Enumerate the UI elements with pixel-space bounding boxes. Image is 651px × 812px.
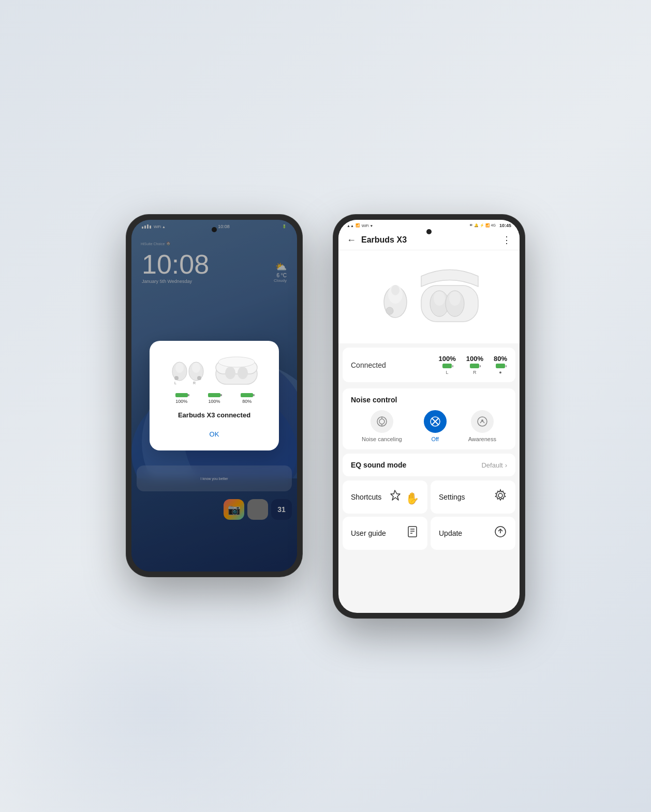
shortcuts-button[interactable]: Shortcuts ✋ [343, 480, 427, 514]
battery-indicators: 100% 100% 80% [160, 393, 269, 404]
back-button[interactable]: ← [347, 235, 356, 246]
page-title: Earbuds X3 [361, 235, 407, 245]
status-bar-right: ▲▲ 📶 WiFi ♥ 👁 🔔 ⚡ 📶 4G 10:45 [338, 220, 520, 230]
svg-point-4 [175, 363, 184, 373]
noise-off-label: Off [431, 436, 438, 442]
svg-point-5 [174, 376, 179, 380]
svg-point-26 [379, 419, 384, 424]
noise-off-option[interactable]: Off [424, 410, 447, 442]
connection-dialog: L R [150, 341, 279, 450]
dialog-title: Earbuds X3 connected [160, 411, 269, 419]
svg-point-18 [391, 285, 400, 295]
svg-point-9 [197, 376, 201, 380]
settings-icon [494, 489, 507, 505]
noise-cancel-label: Noise canceling [362, 436, 402, 442]
eq-chevron: › [505, 461, 507, 469]
eq-label: EQ sound mode [351, 461, 406, 469]
update-icon [494, 525, 507, 542]
svg-point-34 [498, 493, 502, 498]
user-guide-button[interactable]: User guide [343, 517, 427, 550]
shortcuts-icon: ✋ [389, 489, 419, 505]
dialog-overlay: L R [131, 220, 297, 572]
camera-right [426, 229, 432, 234]
svg-text:L: L [174, 381, 176, 385]
connected-label: Connected [351, 361, 386, 369]
noise-awareness-option[interactable]: Awareness [468, 410, 496, 442]
svg-point-19 [386, 307, 393, 314]
svg-text:R: R [193, 381, 196, 385]
svg-point-8 [192, 363, 200, 373]
earbuds-image [338, 250, 520, 343]
svg-rect-35 [408, 527, 417, 537]
settings-button[interactable]: Settings [431, 480, 515, 514]
update-button[interactable]: Update [431, 517, 515, 550]
noise-options: Noise canceling Off [351, 410, 507, 442]
more-menu-button[interactable]: ⋮ [502, 234, 511, 246]
connected-section: Connected 100% L 100% [343, 348, 515, 382]
dialog-ok-button[interactable]: OK [160, 426, 269, 442]
noise-cancel-option[interactable]: Noise canceling [362, 410, 402, 442]
svg-point-24 [449, 291, 461, 306]
svg-point-13 [218, 357, 255, 367]
user-guide-icon [406, 525, 419, 542]
dialog-earbuds: L R [160, 353, 269, 387]
svg-point-33 [481, 419, 483, 422]
svg-point-15 [238, 367, 248, 379]
svg-point-22 [434, 291, 445, 306]
battery-indicators-right: 100% L 100% R [438, 355, 507, 375]
svg-point-14 [225, 367, 235, 379]
phone-right: ▲▲ 📶 WiFi ♥ 👁 🔔 ⚡ 📶 4G 10:45 ← [333, 215, 525, 618]
bottom-grid: Shortcuts ✋ Settings [343, 480, 515, 550]
phones-container: WiFi ▲ 10:08 🔋 HiSuite Choice 🏠 [126, 194, 525, 618]
phone-left: WiFi ▲ 10:08 🔋 HiSuite Choice 🏠 [126, 215, 302, 577]
noise-control-section: Noise control [343, 388, 515, 449]
eq-value: Default [481, 461, 502, 469]
noise-control-label: Noise control [351, 396, 507, 404]
noise-awareness-label: Awareness [468, 436, 496, 442]
eq-section[interactable]: EQ sound mode Default › [343, 454, 515, 476]
